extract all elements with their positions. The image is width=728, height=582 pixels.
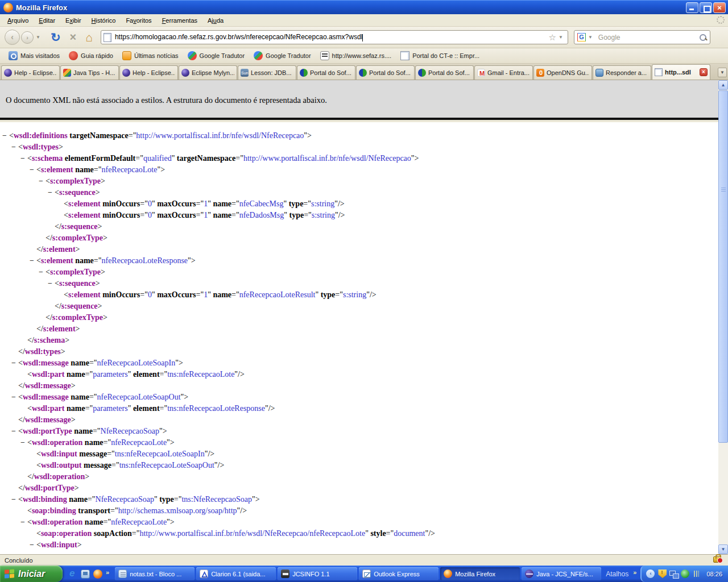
task-button[interactable]: Mozilla Firefox — [440, 567, 520, 580]
bookmark-label: Mais visitados — [20, 52, 60, 59]
bookmark-item[interactable]: Google Tradutor — [184, 50, 249, 61]
collapse-toggle[interactable]: − — [20, 517, 27, 528]
bookmark-item[interactable]: http://www.sefaz.rs.... — [316, 50, 396, 61]
tab-label: Help - Eclipse... — [14, 69, 57, 76]
task-button[interactable]: Java - JCS_NFE/s... — [522, 567, 601, 580]
shortcuts-overflow-icon[interactable]: » — [633, 569, 636, 576]
tab[interactable]: Responder a... × — [593, 65, 651, 80]
tab[interactable]: Portal do Sof... × — [415, 65, 474, 80]
tab-label: Eclipse Mylyn... — [192, 69, 234, 76]
xml-line: </s:schema> — [0, 335, 718, 346]
firefox-icon[interactable] — [93, 569, 102, 579]
ie-icon[interactable] — [68, 569, 77, 579]
scroll-down-icon[interactable]: ▼ — [718, 544, 728, 554]
collapse-toggle[interactable]: − — [48, 187, 55, 198]
back-button[interactable]: ‹ — [5, 30, 20, 45]
minimize-icon[interactable] — [686, 2, 698, 13]
window-title: Mozilla Firefox — [16, 3, 67, 12]
antenna-icon[interactable] — [692, 569, 701, 578]
collapse-toggle[interactable]: − — [30, 164, 36, 176]
xml-line: </wsdl:types> — [0, 346, 718, 357]
bookmark-item[interactable]: Guia rápido — [65, 50, 117, 61]
tab[interactable]: Java Tips - H... × — [60, 65, 119, 80]
network-icon[interactable] — [669, 569, 678, 578]
tab[interactable]: Portal do Sof... × — [297, 65, 355, 80]
eclipse-icon — [4, 69, 12, 77]
task-button[interactable]: Outlook Express — [359, 567, 439, 580]
tab[interactable]: Lesson: JDB... × — [238, 65, 296, 80]
collapse-toggle[interactable]: − — [39, 176, 46, 187]
collapse-toggle[interactable]: − — [20, 153, 27, 164]
bookmark-item[interactable]: Últimas notícias — [118, 50, 183, 61]
collapse-toggle[interactable]: − — [30, 255, 36, 267]
collapse-toggle[interactable]: − — [20, 437, 27, 448]
forward-button[interactable]: › — [21, 31, 34, 44]
tab-close-icon[interactable]: × — [700, 68, 708, 76]
search-input[interactable]: Google — [598, 34, 699, 41]
tab[interactable]: Help - Eclipse... × — [1, 65, 60, 80]
tab[interactable]: Portal do Sof... × — [356, 65, 415, 80]
menu-item[interactable]: Editar — [34, 15, 60, 26]
tab[interactable]: OpenDNS Gu... × — [533, 65, 592, 80]
bookmark-star-icon[interactable]: ☆ — [549, 32, 556, 43]
stop-icon[interactable]: × — [70, 31, 77, 44]
menu-item[interactable]: Ajuda — [202, 15, 229, 26]
url-input[interactable]: https://homologacao.nfe.sefaz.rs.gov.br/… — [115, 33, 547, 41]
menu-item[interactable]: Exibir — [60, 15, 86, 26]
menu-item[interactable]: Histórico — [86, 15, 121, 26]
tab-list-dropdown-icon[interactable]: ▼ — [718, 68, 727, 77]
collapse-toggle[interactable]: − — [11, 392, 18, 403]
desktop-icon[interactable] — [81, 569, 90, 579]
shield-icon[interactable] — [658, 569, 667, 578]
scroll-up-icon[interactable]: ▲ — [718, 80, 728, 90]
collapse-toggle[interactable]: − — [39, 267, 46, 278]
tab[interactable]: Gmail - Entra... × — [474, 65, 533, 80]
bookmark-item[interactable]: Google Tradutor — [250, 50, 315, 61]
tab-label: Lesson: JDB... — [251, 69, 293, 76]
google-engine-icon[interactable]: G — [577, 33, 586, 41]
search-icon[interactable] — [699, 34, 707, 41]
xml-line: −<wsdl:types> — [0, 142, 718, 153]
task-button[interactable]: JCSINFO 1.1 — [278, 567, 357, 580]
task-button[interactable]: Clarion 6.1 (saida... — [196, 567, 276, 580]
reload-icon[interactable]: ↻ — [51, 31, 61, 44]
close-icon[interactable]: × — [713, 2, 726, 13]
shortcuts-toolbar[interactable]: Atalhos » — [606, 570, 636, 578]
history-dropdown-icon[interactable]: ▼ — [36, 35, 40, 40]
collapse-toggle[interactable]: − — [30, 539, 36, 551]
restore-icon[interactable] — [700, 2, 712, 13]
bookmark-label: Portal do CT-e :: Empr... — [412, 52, 479, 59]
vertical-scrollbar[interactable]: ▲ ▼ — [718, 80, 728, 554]
windows-logo-icon — [5, 569, 15, 579]
url-bar[interactable]: https://homologacao.nfe.sefaz.rs.gov.br/… — [101, 30, 568, 44]
security-lock-icon[interactable] — [713, 556, 721, 563]
url-dropdown-icon[interactable]: ▼ — [559, 35, 563, 40]
scrollbar-thumb[interactable] — [718, 90, 728, 443]
tab[interactable]: Help - Eclipse... × — [119, 65, 178, 80]
spybot-icon[interactable] — [681, 569, 689, 578]
task-button[interactable]: notas.txt - Bloco ... — [115, 567, 195, 580]
search-bar[interactable]: G ▼ Google — [574, 30, 710, 44]
collapse-toggle[interactable]: − — [11, 357, 18, 369]
collapse-toggle[interactable]: − — [11, 494, 18, 505]
xml-line: </wsdl:message> — [0, 380, 718, 392]
collapse-toggle[interactable]: − — [11, 142, 18, 153]
tab[interactable]: http...sdl × — [652, 64, 710, 80]
collapse-toggle[interactable]: − — [48, 278, 55, 289]
bookmark-item[interactable]: Portal do CT-e :: Empr... — [396, 50, 483, 61]
menu-item[interactable]: Arquivo — [2, 15, 34, 26]
menu-item[interactable]: Favoritos — [121, 15, 156, 26]
bookmark-item[interactable]: Mais visitados — [5, 50, 64, 61]
mais-visitados-icon — [9, 51, 18, 60]
collapse-toggle[interactable]: − — [11, 426, 18, 437]
text-caret — [362, 34, 363, 41]
home-icon[interactable]: ⌂ — [85, 31, 93, 44]
tab[interactable]: Eclipse Mylyn... × — [179, 65, 237, 80]
search-engine-dropdown-icon[interactable]: ▼ — [588, 35, 593, 40]
tray-collapse-icon[interactable]: ‹ — [646, 569, 655, 578]
menu-item[interactable]: Ferramentas — [157, 15, 202, 26]
xml-line: </s:sequence> — [0, 301, 718, 312]
collapse-toggle[interactable]: − — [2, 130, 9, 142]
quick-launch-overflow-icon[interactable]: » — [106, 569, 109, 576]
start-button[interactable]: Iniciar — [0, 566, 63, 582]
